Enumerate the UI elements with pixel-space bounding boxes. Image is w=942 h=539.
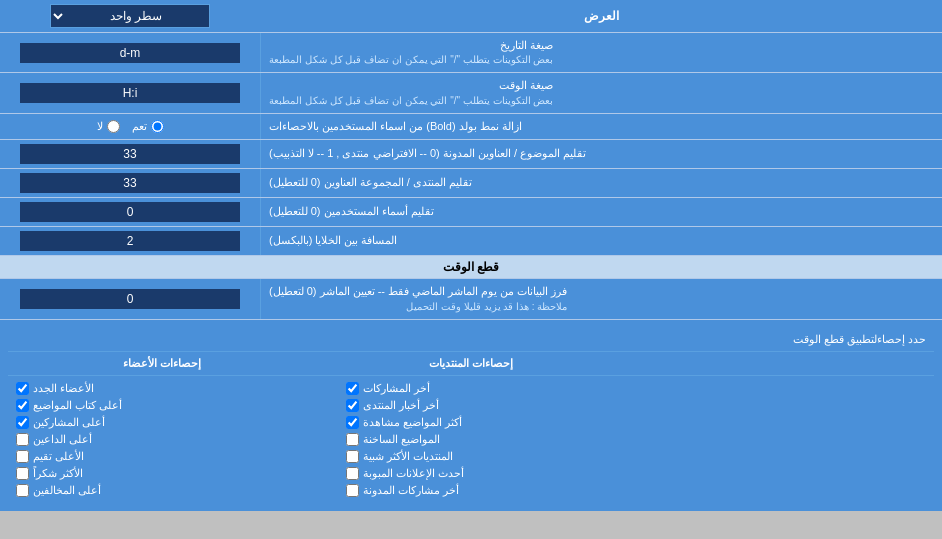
- cb-top-rated[interactable]: [16, 450, 29, 463]
- header-row: العرض سطر واحد سطران ثلاثة أسطر: [0, 0, 942, 33]
- checkbox-item[interactable]: أعلى كتاب المواضيع: [16, 397, 330, 414]
- time-cut-row: فرز البيانات من يوم الماشر الماضي فقط --…: [0, 279, 942, 319]
- bold-label: ازالة نمط بولد (Bold) من اسماء المستخدمي…: [260, 114, 942, 139]
- checkbox-item[interactable]: الأعلى تقيم: [16, 448, 330, 465]
- first-dropdown-cell[interactable]: سطر واحد سطران ثلاثة أسطر: [0, 0, 260, 32]
- time-section-header: قطع الوقت: [0, 256, 942, 279]
- cell-spacing-label: المسافة بين الخلايا (بالبكسل): [260, 227, 942, 255]
- cb-classifieds[interactable]: [346, 467, 359, 480]
- cb-new-members[interactable]: [16, 382, 29, 395]
- cb-hot-topics[interactable]: [346, 433, 359, 446]
- time-format-input-cell[interactable]: [0, 73, 260, 112]
- col1-header: [625, 355, 934, 372]
- checkbox-item[interactable]: أكثر المواضيع مشاهدة: [346, 414, 660, 431]
- trim-subject-row: تقليم الموضوع / العناوين المدونة (0 -- ا…: [0, 140, 942, 169]
- time-cut-label: فرز البيانات من يوم الماشر الماضي فقط --…: [260, 279, 942, 318]
- checkbox-item[interactable]: أخر مشاركات المدونة: [346, 482, 660, 499]
- trim-users-input-cell[interactable]: [0, 198, 260, 226]
- time-cut-input-cell[interactable]: [0, 279, 260, 318]
- radio-yes-label[interactable]: تعم: [132, 120, 164, 133]
- cb-forum-news[interactable]: [346, 399, 359, 412]
- time-format-input[interactable]: [20, 83, 240, 103]
- time-format-label: صيغة الوقت بعض التكوينات يتطلب "/" التي …: [260, 73, 942, 112]
- display-mode-select[interactable]: سطر واحد سطران ثلاثة أسطر: [50, 4, 210, 28]
- checkbox-item[interactable]: أخر المشاركات: [346, 380, 660, 397]
- cb-most-thanked[interactable]: [16, 467, 29, 480]
- date-format-input-cell[interactable]: [0, 33, 260, 72]
- cell-spacing-row: المسافة بين الخلايا (بالبكسل): [0, 227, 942, 256]
- checkbox-item[interactable]: المواضيع الساخنة: [346, 431, 660, 448]
- time-format-row: صيغة الوقت بعض التكوينات يتطلب "/" التي …: [0, 73, 942, 113]
- checkboxes-content: أخر المشاركات أخر أخبار المنتدى أكثر الم…: [8, 376, 934, 503]
- main-container: العرض سطر واحد سطران ثلاثة أسطر صيغة الت…: [0, 0, 942, 511]
- member-stats-col: الأعضاء الجدد أعلى كتاب المواضيع أعلى ال…: [8, 376, 338, 503]
- bold-radio-row: ازالة نمط بولد (Bold) من اسماء المستخدمي…: [0, 114, 942, 140]
- checkbox-item[interactable]: المنتديات الأكثر شبية: [346, 448, 660, 465]
- radio-no[interactable]: [107, 120, 120, 133]
- checkbox-item[interactable]: الأعضاء الجدد: [16, 380, 330, 397]
- checkbox-item[interactable]: أعلى المشاركين: [16, 414, 330, 431]
- cell-spacing-input-cell[interactable]: [0, 227, 260, 255]
- cb-most-forums[interactable]: [346, 450, 359, 463]
- checkbox-item[interactable]: أعلى الداعين: [16, 431, 330, 448]
- cb-top-violators[interactable]: [16, 484, 29, 497]
- trim-users-input[interactable]: [20, 202, 240, 222]
- cb-last-posts[interactable]: [346, 382, 359, 395]
- cb-top-writers[interactable]: [16, 399, 29, 412]
- checkbox-item[interactable]: أخر أخبار المنتدى: [346, 397, 660, 414]
- radio-no-label[interactable]: لا: [97, 120, 120, 133]
- trim-forum-row: تقليم المنتدى / المجموعة العناوين (0 للت…: [0, 169, 942, 198]
- cb-top-posters[interactable]: [16, 416, 29, 429]
- page-title: العرض: [260, 0, 942, 32]
- forum-stats-col: أخر المشاركات أخر أخبار المنتدى أكثر الم…: [338, 376, 668, 503]
- trim-users-label: تقليم أسماء المستخدمين (0 للتعطيل): [260, 198, 942, 226]
- cb-blog-posts[interactable]: [346, 484, 359, 497]
- radio-yes[interactable]: [151, 120, 164, 133]
- checkboxes-area: حدد إحصاءلتطبيق قطع الوقت إحصاءات المنتد…: [0, 320, 942, 511]
- trim-forum-input-cell[interactable]: [0, 169, 260, 197]
- bold-radio-cell[interactable]: تعم لا: [0, 114, 260, 139]
- date-format-input[interactable]: [20, 43, 240, 63]
- empty-col: [667, 376, 934, 503]
- trim-subject-label: تقليم الموضوع / العناوين المدونة (0 -- ا…: [260, 140, 942, 168]
- limit-row: حدد إحصاءلتطبيق قطع الوقت: [8, 328, 934, 352]
- checkbox-item[interactable]: أحدث الإعلانات المبوبة: [346, 465, 660, 482]
- cell-spacing-input[interactable]: [20, 231, 240, 251]
- cb-top-inviters[interactable]: [16, 433, 29, 446]
- date-format-row: صيغة التاريخ بعض التكوينات يتطلب "/" الت…: [0, 33, 942, 73]
- col1-header-label: إحصاءات الأعضاء: [8, 355, 317, 372]
- cb-most-viewed[interactable]: [346, 416, 359, 429]
- date-format-label: صيغة التاريخ بعض التكوينات يتطلب "/" الت…: [260, 33, 942, 72]
- time-cut-input[interactable]: [20, 289, 240, 309]
- trim-forum-label: تقليم المنتدى / المجموعة العناوين (0 للت…: [260, 169, 942, 197]
- col2-header: إحصاءات المنتديات: [317, 355, 626, 372]
- checkboxes-header-row: إحصاءات المنتديات إحصاءات الأعضاء: [8, 352, 934, 376]
- trim-subject-input-cell[interactable]: [0, 140, 260, 168]
- trim-forum-input[interactable]: [20, 173, 240, 193]
- trim-subject-input[interactable]: [20, 144, 240, 164]
- checkbox-item[interactable]: الأكثر شكراً: [16, 465, 330, 482]
- checkbox-item[interactable]: أعلى المخالفين: [16, 482, 330, 499]
- trim-users-row: تقليم أسماء المستخدمين (0 للتعطيل): [0, 198, 942, 227]
